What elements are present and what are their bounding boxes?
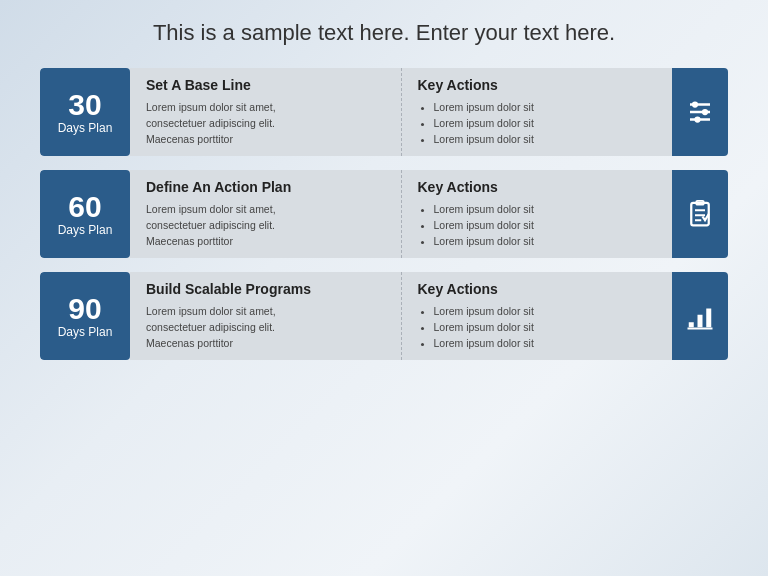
- svg-point-4: [702, 109, 708, 115]
- plan-left-90: Build Scalable ProgramsLorem ipsum dolor…: [130, 272, 402, 360]
- plan-right-list-30: Lorem ipsum dolor sitLorem ipsum dolor s…: [418, 99, 657, 148]
- plan-left-title-30: Set A Base Line: [146, 77, 385, 93]
- plan-left-30: Set A Base LineLorem ipsum dolor sit ame…: [130, 68, 402, 156]
- plan-number-60: 60: [68, 190, 101, 223]
- svg-point-3: [692, 101, 698, 107]
- plan-right-item-60-1: Lorem ipsum dolor sit: [434, 217, 657, 233]
- plan-right-title-90: Key Actions: [418, 281, 657, 297]
- plan-right-title-60: Key Actions: [418, 179, 657, 195]
- plan-content-60: Define An Action PlanLorem ipsum dolor s…: [130, 170, 672, 258]
- plan-left-body-60: Lorem ipsum dolor sit amet, consectetuer…: [146, 201, 385, 250]
- plan-row-60: 60Days PlanDefine An Action PlanLorem ip…: [40, 170, 728, 258]
- plan-right-title-30: Key Actions: [418, 77, 657, 93]
- plan-label-90: Days Plan: [58, 325, 113, 339]
- svg-rect-13: [706, 309, 711, 328]
- plan-content-90: Build Scalable ProgramsLorem ipsum dolor…: [130, 272, 672, 360]
- plan-row-90: 90Days PlanBuild Scalable ProgramsLorem …: [40, 272, 728, 360]
- plan-left-body-90: Lorem ipsum dolor sit amet, consectetuer…: [146, 303, 385, 352]
- plan-number-30: 30: [68, 88, 101, 121]
- plan-number-90: 90: [68, 292, 101, 325]
- page-title: This is a sample text here. Enter your t…: [153, 20, 615, 46]
- plan-icon-60: [672, 170, 728, 258]
- plan-left-60: Define An Action PlanLorem ipsum dolor s…: [130, 170, 402, 258]
- plan-right-90: Key ActionsLorem ipsum dolor sitLorem ip…: [402, 272, 673, 360]
- plan-badge-90: 90Days Plan: [40, 272, 130, 360]
- plan-right-60: Key ActionsLorem ipsum dolor sitLorem ip…: [402, 170, 673, 258]
- plan-right-item-30-0: Lorem ipsum dolor sit: [434, 99, 657, 115]
- svg-point-5: [694, 116, 700, 122]
- svg-rect-11: [689, 322, 694, 327]
- plan-right-item-60-0: Lorem ipsum dolor sit: [434, 201, 657, 217]
- plan-icon-30: [672, 68, 728, 156]
- plan-label-60: Days Plan: [58, 223, 113, 237]
- svg-rect-6: [691, 203, 709, 226]
- plan-right-item-30-1: Lorem ipsum dolor sit: [434, 115, 657, 131]
- plan-label-30: Days Plan: [58, 121, 113, 135]
- plan-badge-60: 60Days Plan: [40, 170, 130, 258]
- plan-left-title-60: Define An Action Plan: [146, 179, 385, 195]
- svg-rect-12: [698, 315, 703, 328]
- plan-right-30: Key ActionsLorem ipsum dolor sitLorem ip…: [402, 68, 673, 156]
- plan-row-30: 30Days PlanSet A Base LineLorem ipsum do…: [40, 68, 728, 156]
- plan-right-list-90: Lorem ipsum dolor sitLorem ipsum dolor s…: [418, 303, 657, 352]
- plan-badge-30: 30Days Plan: [40, 68, 130, 156]
- plan-left-title-90: Build Scalable Programs: [146, 281, 385, 297]
- plans-container: 30Days PlanSet A Base LineLorem ipsum do…: [40, 68, 728, 360]
- plan-left-body-30: Lorem ipsum dolor sit amet, consectetuer…: [146, 99, 385, 148]
- plan-right-item-30-2: Lorem ipsum dolor sit: [434, 131, 657, 147]
- plan-right-item-90-1: Lorem ipsum dolor sit: [434, 319, 657, 335]
- plan-right-item-60-2: Lorem ipsum dolor sit: [434, 233, 657, 249]
- plan-content-30: Set A Base LineLorem ipsum dolor sit ame…: [130, 68, 672, 156]
- plan-right-item-90-2: Lorem ipsum dolor sit: [434, 335, 657, 351]
- plan-icon-90: [672, 272, 728, 360]
- plan-right-item-90-0: Lorem ipsum dolor sit: [434, 303, 657, 319]
- plan-right-list-60: Lorem ipsum dolor sitLorem ipsum dolor s…: [418, 201, 657, 250]
